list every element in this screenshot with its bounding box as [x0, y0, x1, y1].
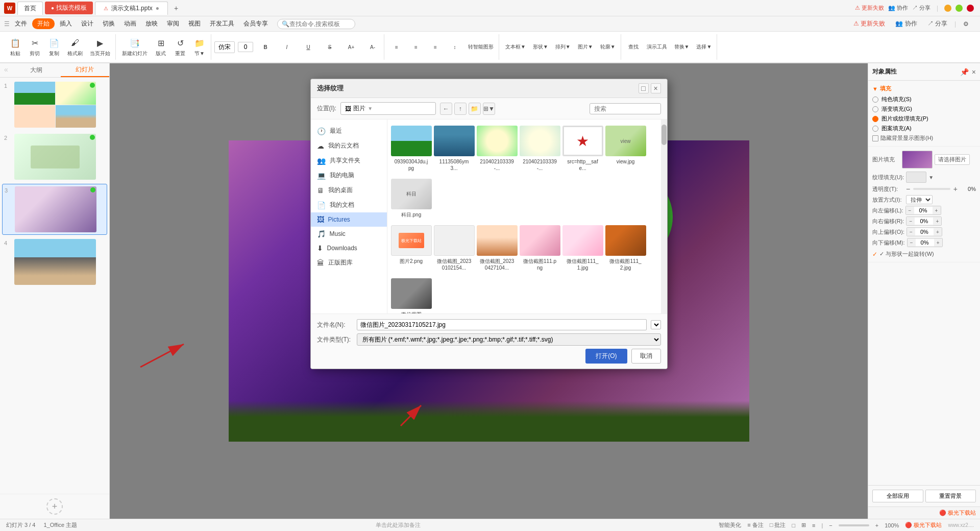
dialog-scrollbar[interactable]	[661, 119, 667, 313]
offset-left-input[interactable]	[914, 207, 933, 213]
offset-left-plus[interactable]: +	[933, 206, 941, 214]
collapse-panel-button[interactable]: «	[0, 63, 12, 77]
view-icon-3[interactable]: ≡	[812, 522, 815, 528]
new-slide-button[interactable]: 📑 新建幻灯片	[119, 36, 151, 58]
insert-image-button[interactable]: 图片▼	[575, 42, 596, 52]
file-item-3[interactable]: 210402103339-...	[520, 124, 560, 174]
notes-placeholder[interactable]: 单击此处添加备注	[376, 522, 421, 528]
menu-transition[interactable]: 切换	[99, 18, 119, 30]
play-current-button[interactable]: ▶ 当页开始	[87, 36, 113, 58]
offset-bottom-input[interactable]	[916, 239, 934, 246]
offset-top-minus[interactable]: −	[907, 228, 915, 236]
transparency-plus[interactable]: +	[953, 185, 958, 193]
offset-top-input[interactable]	[915, 229, 934, 235]
maximize-button[interactable]	[955, 5, 963, 12]
format-brush-button[interactable]: 🖌 格式刷	[64, 36, 86, 58]
file-item-7[interactable]: 极光下载站 图片2.png	[391, 223, 431, 273]
comment-button[interactable]: □ 批注	[770, 521, 786, 529]
reset-button[interactable]: ↺ 重置	[171, 36, 189, 58]
fill-option-picture[interactable]: 图片或纹理填充(P)	[872, 115, 976, 123]
offset-right-plus[interactable]: +	[933, 217, 941, 225]
sidebar-stock-images[interactable]: 🏛 正版图库	[311, 255, 387, 270]
menu-expand-icon[interactable]: ☰	[4, 20, 10, 28]
insert-smartart-button[interactable]: 轮廓▼	[597, 42, 619, 52]
filetype-select[interactable]: 所有图片 (*.emf;*.wmf;*.jpg;*.jpeg;*.jpe;*.p…	[357, 333, 661, 346]
align-right-button[interactable]: ≡	[426, 43, 445, 51]
replace-button[interactable]: 替换▼	[671, 42, 693, 52]
tab-home[interactable]: 首页	[17, 2, 43, 15]
offset-bottom-minus[interactable]: −	[908, 238, 916, 247]
menu-membership[interactable]: 会员专享	[239, 18, 272, 30]
convert-shape-button[interactable]: 转智能图形	[465, 42, 497, 52]
menu-slideshow[interactable]: 放映	[141, 18, 162, 30]
filename-input[interactable]	[357, 319, 647, 330]
select-button[interactable]: 选择▼	[693, 42, 715, 52]
tab-pptx[interactable]: ⚠ 演示文稿1.pptx ●	[95, 2, 168, 15]
location-box[interactable]: 🖼 图片 ▼	[340, 102, 436, 115]
share-btn[interactable]: ↗ 分享	[924, 18, 950, 29]
beautify-button[interactable]: 智能美化	[719, 521, 741, 529]
zoom-in-button[interactable]: +	[875, 522, 878, 528]
sidebar-desktop[interactable]: 🖥 我的桌面	[311, 183, 387, 198]
offset-right-minus[interactable]: −	[906, 217, 915, 225]
filename-dropdown[interactable]: ▼	[651, 320, 661, 329]
insert-text-button[interactable]: 文本框▼	[502, 42, 529, 52]
slide-item-1[interactable]: 1	[2, 80, 107, 130]
fill-gradient-radio[interactable]	[872, 106, 878, 112]
file-item-9[interactable]: 微信截图_20230427104...	[477, 223, 517, 273]
collab-icon[interactable]: 👥 协作	[888, 4, 908, 12]
nav-back-button[interactable]: ←	[440, 103, 452, 115]
offset-left-minus[interactable]: −	[906, 206, 914, 214]
dialog-close-button[interactable]: ×	[651, 83, 661, 93]
line-height-button[interactable]: ↕	[446, 43, 464, 51]
strikethrough-button[interactable]: S	[321, 43, 339, 51]
share-icon[interactable]: ↗ 分享	[912, 4, 930, 12]
minimize-button[interactable]	[944, 5, 951, 12]
view-icon-2[interactable]: ⊞	[801, 522, 806, 528]
reset-background-button[interactable]: 重置背景	[925, 490, 976, 502]
update-fail-btn[interactable]: ⚠ 更新失败	[850, 18, 888, 29]
layout-button[interactable]: ⊞ 版式	[152, 36, 170, 58]
close-panel-icon[interactable]: ×	[972, 68, 976, 76]
italic-button[interactable]: I	[278, 43, 296, 51]
offset-top-plus[interactable]: +	[934, 228, 942, 236]
fill-option-solid[interactable]: 纯色填充(S)	[872, 95, 976, 103]
menu-view[interactable]: 视图	[184, 18, 205, 30]
slide-item-4[interactable]: 4	[2, 237, 107, 287]
file-item-2[interactable]: 210402103339-...	[477, 124, 517, 174]
transparency-slider[interactable]	[913, 188, 950, 190]
font-size-box[interactable]: 0	[238, 42, 253, 52]
fill-option-gradient[interactable]: 渐变填充(G)	[872, 105, 976, 113]
align-left-button[interactable]: ≡	[387, 43, 406, 51]
dialog-maximize-button[interactable]: □	[639, 83, 649, 93]
collab-btn[interactable]: 👥 协作	[892, 18, 920, 29]
font-size-increase[interactable]: A+	[342, 43, 360, 51]
bold-button[interactable]: B	[256, 43, 275, 51]
menu-design[interactable]: 设计	[77, 18, 97, 30]
find-button[interactable]: 查找	[624, 42, 643, 52]
sidebar-recent[interactable]: 🕐 最近	[311, 124, 387, 138]
file-item-0[interactable]: 09390304Jdu.jpg	[391, 124, 431, 174]
align-center-button[interactable]: ≡	[407, 43, 425, 51]
present-tool-button[interactable]: 演示工具	[644, 42, 670, 52]
menu-insert[interactable]: 插入	[56, 18, 76, 30]
zoom-out-button[interactable]: −	[829, 522, 832, 528]
menu-begin[interactable]: 开始	[32, 18, 55, 29]
offset-right-input[interactable]	[915, 218, 933, 224]
file-item-12[interactable]: 微信截图111_2.jpg	[606, 223, 646, 273]
tab-slides[interactable]: 幻灯片	[61, 63, 109, 77]
file-item-1[interactable]: 11135086ym3...	[434, 124, 474, 174]
copy-button[interactable]: 📄 复制	[45, 36, 63, 58]
file-item-6[interactable]: 科目 科目.png	[391, 177, 431, 220]
placement-select[interactable]: 拉伸	[906, 195, 933, 204]
settings-icon[interactable]: ⚙	[960, 19, 972, 29]
fill-pattern-radio[interactable]	[872, 126, 878, 132]
apply-all-button[interactable]: 全部应用	[872, 490, 923, 502]
add-slide-button[interactable]: +	[46, 498, 63, 515]
menu-animation[interactable]: 动画	[120, 18, 140, 30]
file-item-13[interactable]: 微信截图111_2.jpg	[391, 276, 431, 313]
offset-bottom-plus[interactable]: +	[934, 238, 942, 247]
sidebar-music[interactable]: 🎵 Music	[311, 227, 387, 241]
insert-arrange-button[interactable]: 排列▼	[552, 42, 574, 52]
menu-developer[interactable]: 开发工具	[206, 18, 238, 30]
